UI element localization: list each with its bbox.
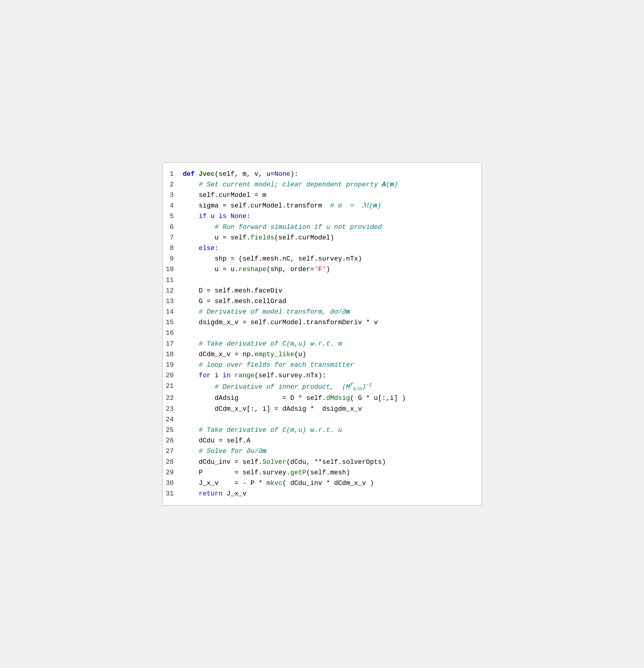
code-line: 2 # Set current model; clear dependent p… [163, 180, 481, 190]
line-number: 6 [163, 222, 180, 232]
line-content [180, 328, 481, 338]
code-line: 5 if u is None: [163, 211, 481, 222]
line-number: 13 [163, 296, 180, 307]
line-number: 25 [163, 425, 180, 436]
code-line: 22 dAdsig = D * self.dMdsig( G * u[:,i] … [163, 393, 481, 404]
line-number: 12 [163, 286, 180, 296]
code-line: 21 # Derivative of inner product, (Mf1/σ… [163, 381, 481, 393]
code-line: 1def Jvec(self, m, v, u=None): [163, 169, 481, 180]
line-content: dCdu = self.A [180, 436, 481, 446]
code-line: 16 [163, 328, 481, 338]
line-content: D = self.mesh.faceDiv [180, 286, 481, 296]
line-content: def Jvec(self, m, v, u=None): [180, 169, 481, 180]
code-line: 27 # Solve for ∂u/∂m [163, 446, 481, 457]
line-number: 18 [163, 349, 180, 360]
code-line: 12 D = self.mesh.faceDiv [163, 286, 481, 296]
line-content: # loop over fields for each transmitter [180, 360, 481, 370]
line-content: # Run forward simulation if u not provid… [180, 222, 481, 232]
line-number: 20 [163, 370, 180, 381]
code-line: 13 G = self.mesh.cellGrad [163, 296, 481, 307]
line-number: 10 [163, 264, 180, 275]
line-content: u = self.fields(self.curModel) [180, 232, 481, 243]
line-number: 11 [163, 275, 180, 286]
line-number: 30 [163, 478, 180, 488]
line-content: J_x_v = - P * mkvc( dCdu_inv * dCdm_x_v … [180, 478, 481, 488]
code-line: 3 self.curModel = m [163, 190, 481, 200]
code-line: 19 # loop over fields for each transmitt… [163, 360, 481, 370]
code-line: 17 # Take derivative of C(m,u) w.r.t. m [163, 339, 481, 349]
code-line: 31 return J_x_v [163, 488, 481, 499]
code-line: 4 sigma = self.curModel.transform # σ = … [163, 200, 481, 211]
line-number: 26 [163, 436, 180, 446]
line-number: 17 [163, 339, 180, 349]
code-line: 30 J_x_v = - P * mkvc( dCdu_inv * dCdm_x… [163, 478, 481, 488]
line-content: P = self.survey.getP(self.mesh) [180, 468, 481, 478]
line-content: sigma = self.curModel.transform # σ = ℳ(… [180, 200, 481, 211]
code-block: 1def Jvec(self, m, v, u=None):2 # Set cu… [162, 162, 482, 506]
line-content: dCdm_x_v[:, i] = dAdsig * dsigdm_x_v [180, 404, 481, 414]
line-number: 1 [163, 169, 180, 180]
code-line: 24 [163, 414, 481, 425]
line-number: 29 [163, 468, 180, 478]
line-number: 4 [163, 200, 180, 211]
line-number: 9 [163, 254, 180, 264]
line-number: 28 [163, 457, 180, 468]
code-line: 23 dCdm_x_v[:, i] = dAdsig * dsigdm_x_v [163, 404, 481, 414]
line-number: 7 [163, 232, 180, 243]
code-line: 6 # Run forward simulation if u not prov… [163, 222, 481, 232]
code-line: 25 # Take derivative of C(m,u) w.r.t. u [163, 425, 481, 436]
line-content: # Derivative of inner product, (Mf1/σ)−1 [180, 381, 481, 393]
line-content: dsigdm_x_v = self.curModel.transformDeri… [180, 317, 481, 328]
line-content: # Derivative of model transform, ∂σ/∂m [180, 307, 481, 317]
code-line: 9 shp = (self.mesh.nC, self.survey.nTx) [163, 254, 481, 264]
code-line: 28 dCdu_inv = self.Solver(dCdu, **self.s… [163, 457, 481, 468]
line-content: if u is None: [180, 211, 481, 222]
line-content: else: [180, 243, 481, 254]
line-content: # Set current model; clear dependent pro… [180, 180, 481, 190]
code-line: 29 P = self.survey.getP(self.mesh) [163, 468, 481, 478]
code-line: 11 [163, 275, 481, 286]
line-number: 14 [163, 307, 180, 317]
line-number: 23 [163, 404, 180, 414]
line-content [180, 414, 481, 425]
code-line: 7 u = self.fields(self.curModel) [163, 232, 481, 243]
code-line: 26 dCdu = self.A [163, 436, 481, 446]
line-number: 2 [163, 180, 180, 190]
line-number: 15 [163, 317, 180, 328]
line-content: # Take derivative of C(m,u) w.r.t. m [180, 339, 481, 349]
code-line: 20 for i in range(self.survey.nTx): [163, 370, 481, 381]
line-number: 22 [163, 393, 180, 404]
code-line: 15 dsigdm_x_v = self.curModel.transformD… [163, 317, 481, 328]
line-number: 16 [163, 328, 180, 338]
line-number: 5 [163, 211, 180, 222]
code-table: 1def Jvec(self, m, v, u=None):2 # Set cu… [163, 169, 481, 499]
line-content: dAdsig = D * self.dMdsig( G * u[:,i] ) [180, 393, 481, 404]
line-content: for i in range(self.survey.nTx): [180, 370, 481, 381]
line-number: 27 [163, 446, 180, 457]
line-number: 19 [163, 360, 180, 370]
line-number: 24 [163, 414, 180, 425]
line-number: 3 [163, 190, 180, 200]
line-content: return J_x_v [180, 488, 481, 499]
code-line: 10 u = u.reshape(shp, order='F') [163, 264, 481, 275]
line-content [180, 275, 481, 286]
line-content: dCdu_inv = self.Solver(dCdu, **self.solv… [180, 457, 481, 468]
code-line: 18 dCdm_x_v = np.empty_like(u) [163, 349, 481, 360]
line-content: dCdm_x_v = np.empty_like(u) [180, 349, 481, 360]
code-line: 14 # Derivative of model transform, ∂σ/∂… [163, 307, 481, 317]
line-content: self.curModel = m [180, 190, 481, 200]
line-content: # Solve for ∂u/∂m [180, 446, 481, 457]
line-content: u = u.reshape(shp, order='F') [180, 264, 481, 275]
line-content: shp = (self.mesh.nC, self.survey.nTx) [180, 254, 481, 264]
code-line: 8 else: [163, 243, 481, 254]
line-number: 8 [163, 243, 180, 254]
line-content: G = self.mesh.cellGrad [180, 296, 481, 307]
line-number: 21 [163, 381, 180, 393]
line-number: 31 [163, 488, 180, 499]
line-content: # Take derivative of C(m,u) w.r.t. u [180, 425, 481, 436]
